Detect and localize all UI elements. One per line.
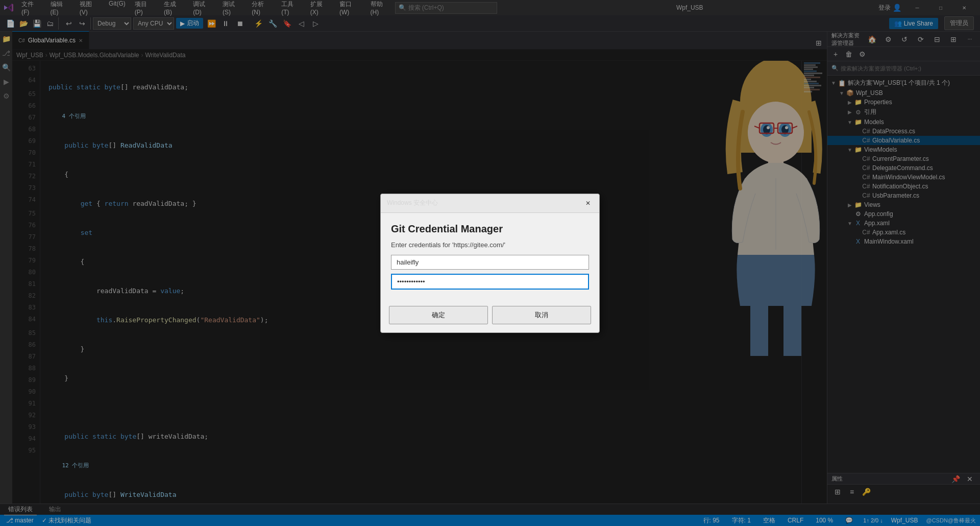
dialog-subtitle: Enter credentials for 'https://gitee.com… (391, 241, 589, 249)
dialog-main-title: Git Credential Manager (391, 223, 589, 235)
confirm-button[interactable]: 确定 (389, 306, 488, 324)
dialog-title-text: Windows 安全中心 (387, 199, 438, 207)
dialog-body: Git Credential Manager Enter credentials… (381, 213, 599, 302)
cancel-button[interactable]: 取消 (492, 306, 591, 324)
modal-backdrop: Windows 安全中心 ✕ Git Credential Manager En… (0, 0, 980, 526)
dialog-close-button[interactable]: ✕ (583, 198, 593, 208)
password-input[interactable] (391, 274, 589, 290)
credential-dialog: Windows 安全中心 ✕ Git Credential Manager En… (380, 194, 600, 333)
username-input[interactable] (391, 255, 589, 270)
dialog-footer: 确定 取消 (381, 302, 599, 332)
dialog-titlebar: Windows 安全中心 ✕ (381, 194, 599, 213)
